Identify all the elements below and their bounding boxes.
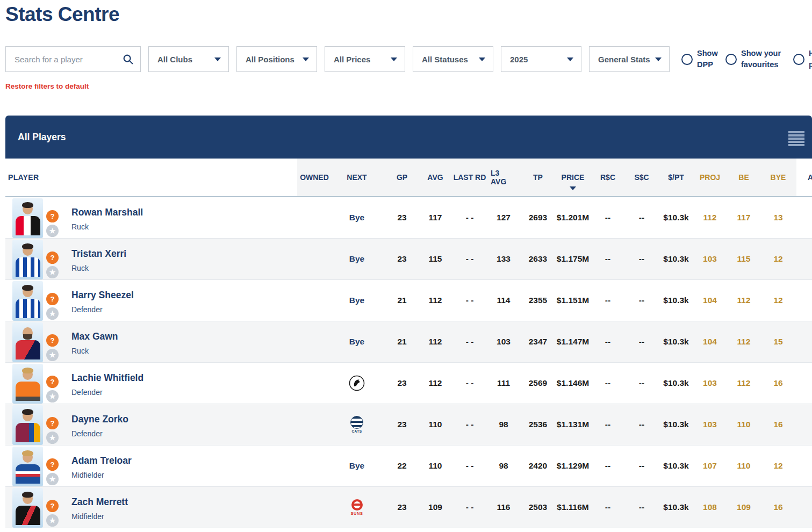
tp-cell: 2420	[516, 445, 559, 486]
hide-played-toggle[interactable]: Hp	[793, 46, 812, 72]
per-pt-cell: $10.3k	[654, 239, 698, 279]
cats-text: CATS	[351, 429, 362, 433]
player-icons: ? ★	[46, 334, 59, 361]
favourite-star-icon[interactable]: ★	[46, 390, 59, 402]
next-cell: Bye	[332, 239, 382, 279]
player-jersey	[16, 299, 40, 318]
player-info: Lachie Whitfield Defender	[71, 370, 143, 397]
dropdown-all-positions[interactable]: All Positions	[236, 46, 317, 72]
question-icon[interactable]: ?	[46, 458, 59, 471]
proj-cell: 104	[698, 280, 722, 321]
column-header-tp[interactable]: TP	[516, 159, 559, 196]
question-icon[interactable]: ?	[46, 293, 59, 305]
column-header-bye[interactable]: BYE	[766, 159, 791, 196]
question-icon[interactable]: ?	[46, 500, 59, 512]
player-photo[interactable]	[12, 281, 43, 321]
favourite-star-icon[interactable]: ★	[46, 514, 59, 527]
rsc-cell: --	[586, 280, 629, 321]
question-icon[interactable]: ?	[46, 251, 59, 264]
player-name-link[interactable]: Rowan Marshall	[71, 207, 143, 218]
l3-avg-cell: 133	[491, 239, 516, 279]
player-photo[interactable]	[12, 405, 43, 445]
column-header-owned[interactable]: OWNED	[297, 159, 332, 196]
column-header-l3-avg[interactable]: L3 AVG	[491, 159, 516, 196]
dropdown-label: All Prices	[334, 55, 370, 64]
search-input[interactable]	[15, 55, 122, 64]
player-photo[interactable]	[12, 240, 43, 279]
player-name-link[interactable]: Max Gawn	[71, 331, 118, 342]
question-icon[interactable]: ?	[46, 417, 59, 429]
column-header-s-c[interactable]: S$C	[629, 159, 654, 196]
be-cell: 109	[722, 487, 766, 528]
tp-cell: 2569	[516, 363, 559, 404]
tp-cell: 2693	[516, 197, 559, 238]
table-row: ? ★ Adam Treloar Midfielder Bye 22 110 -…	[5, 445, 812, 487]
player-name-link[interactable]: Adam Treloar	[71, 455, 132, 466]
player-position: Midfielder	[71, 512, 128, 521]
partial-cell	[804, 445, 812, 486]
bye-cell: 12	[766, 445, 791, 486]
restore-filters-link[interactable]: Restore filters to default	[5, 82, 89, 90]
favourite-star-icon[interactable]: ★	[46, 349, 59, 361]
column-header-last-rd[interactable]: LAST RD	[449, 159, 491, 196]
column-header-player[interactable]: PLAYER	[5, 159, 297, 196]
partial-cell	[804, 197, 812, 238]
player-cell: ? ★ Zach Merrett Midfielder	[5, 487, 297, 528]
player-photo[interactable]	[12, 364, 43, 404]
favourite-star-icon[interactable]: ★	[46, 432, 59, 444]
player-photo[interactable]	[12, 322, 43, 362]
favourite-star-icon[interactable]: ★	[46, 266, 59, 278]
player-jersey	[16, 216, 40, 235]
dropdown-label: All Clubs	[157, 55, 192, 64]
column-header-price[interactable]: PRICE	[559, 159, 586, 196]
question-icon[interactable]: ?	[46, 210, 59, 222]
player-name-link[interactable]: Dayne Zorko	[71, 414, 128, 425]
column-header-avg[interactable]: AVG	[422, 159, 449, 196]
search-icon[interactable]	[122, 53, 134, 65]
chevron-down-icon	[479, 57, 485, 61]
column-header--pt[interactable]: $/PT	[654, 159, 698, 196]
dropdown-general-stats[interactable]: General Stats	[589, 46, 670, 72]
column-header-be[interactable]: BE	[722, 159, 766, 196]
player-icons: ? ★	[46, 210, 59, 237]
price-cell: $1.151M	[559, 280, 586, 321]
price-cell: $1.201M	[559, 197, 586, 238]
show-favourites-radio[interactable]	[725, 54, 737, 65]
player-photo[interactable]	[12, 447, 43, 486]
player-photo[interactable]	[12, 198, 43, 238]
show-dpp-radio[interactable]	[681, 54, 693, 65]
column-header-proj[interactable]: PROJ	[698, 159, 722, 196]
hamburger-icon[interactable]	[788, 131, 804, 146]
column-header-partial[interactable]: A	[804, 159, 812, 196]
player-head	[23, 410, 33, 421]
player-name-link[interactable]: Harry Sheezel	[71, 290, 134, 301]
question-icon[interactable]: ?	[46, 334, 59, 347]
player-jersey	[16, 464, 40, 484]
player-name-link[interactable]: Lachie Whitfield	[71, 372, 143, 384]
show-dpp-toggle[interactable]: ShowDPP	[681, 46, 718, 72]
rsc-cell: --	[586, 197, 629, 238]
player-name-link[interactable]: Tristan Xerri	[71, 248, 126, 260]
be-cell: 110	[722, 445, 766, 486]
last-rd-cell: - -	[449, 445, 491, 486]
favourite-star-icon[interactable]: ★	[46, 307, 59, 320]
owned-cell	[297, 321, 332, 362]
favourite-star-icon[interactable]: ★	[46, 225, 59, 237]
hide-played-radio[interactable]	[793, 54, 804, 65]
column-header-next[interactable]: NEXT	[332, 159, 382, 196]
question-icon[interactable]: ?	[46, 376, 59, 388]
dropdown-2025[interactable]: 2025	[501, 46, 581, 72]
player-name-link[interactable]: Zach Merrett	[71, 497, 128, 508]
player-head	[23, 245, 33, 256]
show-favourites-toggle[interactable]: Show yourfavourites	[725, 46, 781, 72]
player-cell: ? ★ Dayne Zorko Defender	[5, 404, 297, 445]
column-gap	[796, 363, 804, 404]
player-search[interactable]	[5, 46, 141, 72]
dropdown-all-statuses[interactable]: All Statuses	[413, 46, 493, 72]
favourite-star-icon[interactable]: ★	[46, 473, 59, 485]
column-header-gp[interactable]: GP	[382, 159, 422, 196]
dropdown-all-prices[interactable]: All Prices	[325, 46, 405, 72]
player-photo[interactable]	[12, 488, 43, 528]
column-header-r-c[interactable]: R$C	[586, 159, 629, 196]
dropdown-all-clubs[interactable]: All Clubs	[148, 46, 229, 72]
